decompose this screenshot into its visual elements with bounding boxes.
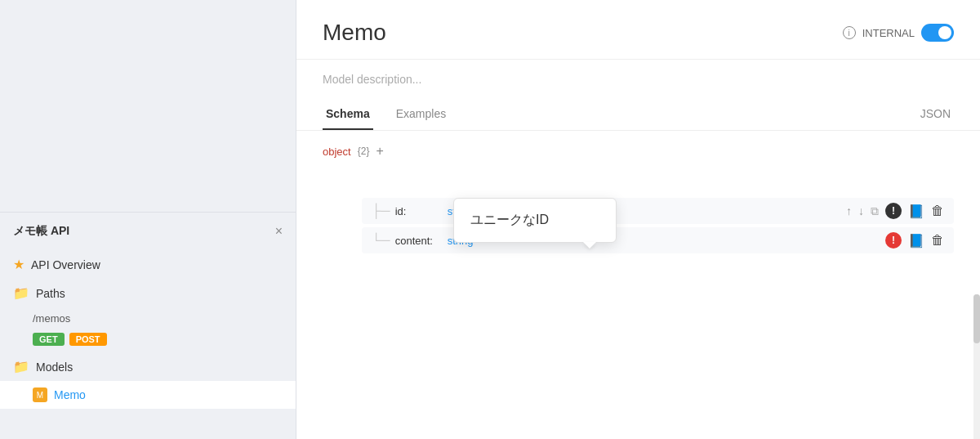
api-name: メモ帳 API <box>13 224 69 239</box>
object-count: {2} <box>358 146 370 157</box>
tree-connector: └─ <box>372 233 390 248</box>
post-badge[interactable]: POST <box>69 333 107 346</box>
tree-connector: ├─ <box>372 204 390 218</box>
tooltip-tail <box>583 242 596 249</box>
scrollbar-thumb[interactable] <box>973 294 980 343</box>
internal-toggle-area: i INTERNAL <box>843 24 954 42</box>
object-row: object {2} + <box>323 144 954 159</box>
schema-content: object {2} + ユニークなID ├─ id: string ↑ ↓ ⧉… <box>296 131 980 270</box>
field-name-id: id: <box>395 205 444 217</box>
error-icon[interactable]: ! <box>885 232 902 249</box>
tab-examples[interactable]: Examples <box>393 99 449 130</box>
move-up-icon[interactable]: ↑ <box>846 204 852 217</box>
object-label: object <box>323 146 351 158</box>
folder-icon: 📁 <box>13 285 29 301</box>
internal-label: INTERNAL <box>862 27 915 39</box>
field-row-content: └─ content: string ! 📘 🗑 <box>362 227 954 253</box>
description-placeholder: Model description... <box>323 73 421 86</box>
required-icon[interactable]: ! <box>885 203 902 219</box>
book-icon-id[interactable]: 📘 <box>908 204 924 219</box>
tab-json[interactable]: JSON <box>917 99 954 130</box>
tab-schema[interactable]: Schema <box>323 99 373 130</box>
delete-icon-id[interactable]: 🗑 <box>931 204 944 218</box>
scrollbar-track[interactable] <box>973 294 980 439</box>
sidebar-item-paths[interactable]: 📁 Paths <box>0 279 296 307</box>
folder-models-icon: 📁 <box>13 359 29 374</box>
field-row-id: ├─ id: string ↑ ↓ ⧉ ! 📘 🗑 <box>362 198 954 224</box>
sidebar-item-memo[interactable]: M Memo <box>0 381 296 409</box>
sidebar-header: メモ帳 API × <box>0 213 296 250</box>
sidebar-item-label: API Overview <box>31 258 100 271</box>
description-area[interactable]: Model description... <box>296 60 980 99</box>
sidebar-navigation: ★ API Overview 📁 Paths /memos GET POST 📁… <box>0 250 296 409</box>
badge-row: GET POST <box>0 329 296 352</box>
sidebar-item-models[interactable]: 📁 Models <box>0 352 296 381</box>
info-icon[interactable]: i <box>843 26 856 39</box>
field-name-content: content: <box>395 235 444 247</box>
sidebar-top-area <box>0 0 296 213</box>
sidebar-item-api-overview[interactable]: ★ API Overview <box>0 250 296 279</box>
fields-container: ユニークなID ├─ id: string ↑ ↓ ⧉ ! 📘 🗑 └ <box>323 198 954 253</box>
sidebar-close-button[interactable]: × <box>275 224 283 239</box>
sidebar-item-label: Memo <box>54 388 86 401</box>
field-actions-content: ! 📘 🗑 <box>885 232 944 249</box>
copy-icon[interactable]: ⧉ <box>871 204 879 218</box>
delete-icon-content[interactable]: 🗑 <box>931 233 944 248</box>
book-icon-content[interactable]: 📘 <box>908 233 924 249</box>
add-field-button[interactable]: + <box>376 144 383 159</box>
field-actions-id: ↑ ↓ ⧉ ! 📘 🗑 <box>846 203 944 219</box>
star-icon: ★ <box>13 257 24 272</box>
sidebar-item-memos[interactable]: /memos <box>0 307 296 329</box>
tooltip-text: ユニークなID <box>470 212 549 229</box>
tooltip-popup: ユニークなID <box>453 198 617 243</box>
main-content: Memo i INTERNAL Model description... Sch… <box>296 0 980 439</box>
sidebar-item-label: Models <box>36 361 73 374</box>
sidebar-item-label: Paths <box>36 287 65 300</box>
internal-toggle-switch[interactable] <box>921 24 954 42</box>
model-icon: M <box>33 387 47 402</box>
main-header: Memo i INTERNAL <box>296 0 980 60</box>
tabs-row: Schema Examples JSON <box>296 99 980 131</box>
get-badge[interactable]: GET <box>33 333 65 346</box>
page-title: Memo <box>323 20 386 46</box>
move-down-icon[interactable]: ↓ <box>858 204 864 217</box>
sidebar: メモ帳 API × ★ API Overview 📁 Paths /memos … <box>0 0 296 439</box>
